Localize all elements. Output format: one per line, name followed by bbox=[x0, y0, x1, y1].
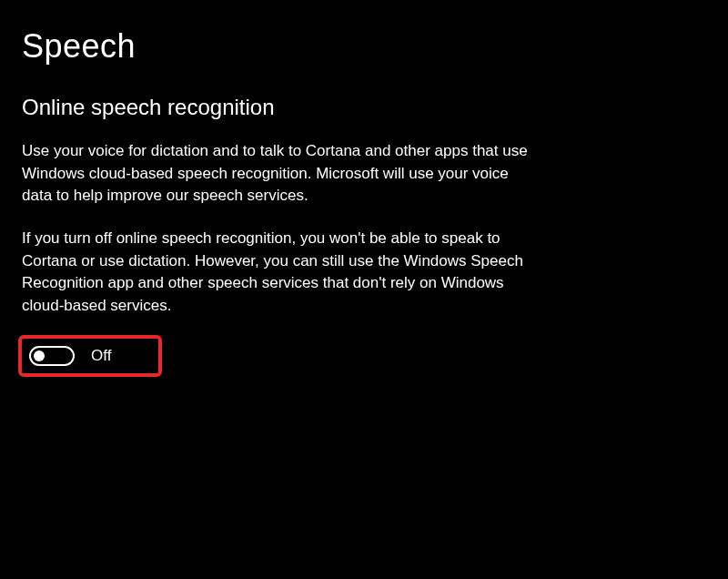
online-speech-toggle[interactable] bbox=[29, 346, 75, 366]
toggle-highlight-annotation: Off bbox=[18, 335, 162, 377]
page-title: Speech bbox=[22, 27, 706, 66]
toggle-state-label: Off bbox=[91, 347, 111, 365]
section-heading-online-speech: Online speech recognition bbox=[22, 95, 706, 120]
speech-description-1: Use your voice for dictation and to talk… bbox=[22, 140, 531, 208]
speech-description-2: If you turn off online speech recognitio… bbox=[22, 228, 531, 318]
toggle-knob-icon bbox=[34, 350, 45, 361]
